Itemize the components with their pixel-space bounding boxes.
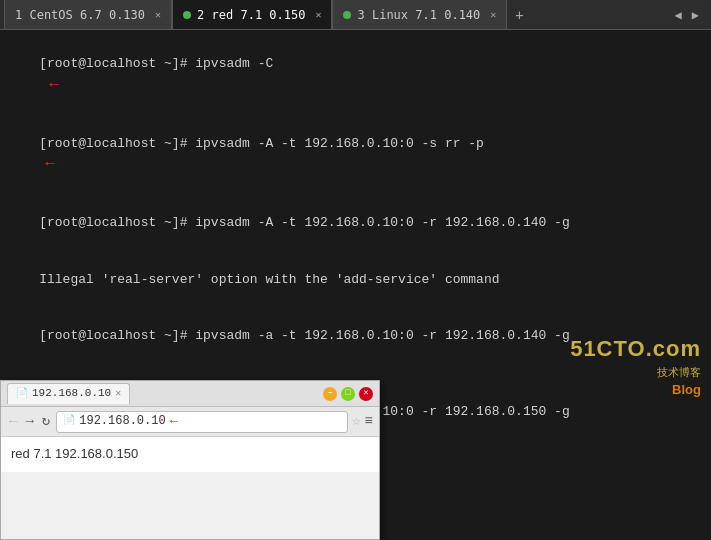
terminal-text: Illegal 'real-server' option with the 'a… bbox=[39, 272, 499, 287]
browser-titlebar: 📄 192.168.0.10 ✕ – □ ✕ bbox=[1, 381, 379, 407]
tab-1-close[interactable]: ✕ bbox=[155, 9, 161, 20]
new-tab-button[interactable]: + bbox=[507, 7, 531, 23]
watermark-sub: 技术博客 bbox=[570, 365, 701, 381]
tab-1-label: 1 CentOS 6.7 0.130 bbox=[15, 8, 145, 22]
tab-3[interactable]: 3 Linux 7.1 0.140 ✕ bbox=[332, 0, 507, 29]
address-text: 192.168.0.10 bbox=[79, 413, 165, 430]
tab-2-close[interactable]: ✕ bbox=[315, 9, 321, 20]
reload-button[interactable]: ↻ bbox=[40, 411, 52, 431]
bookmark-button[interactable]: ☆ bbox=[352, 411, 360, 431]
minimize-button[interactable]: – bbox=[323, 387, 337, 401]
browser-window: 📄 192.168.0.10 ✕ – □ ✕ ← → ↻ 📄 192.168.0… bbox=[0, 380, 380, 540]
terminal-line-3: Illegal 'real-server' option with the 'a… bbox=[8, 252, 703, 309]
arrow-0: ← bbox=[49, 76, 59, 94]
tab-2-dot bbox=[183, 11, 191, 19]
terminal-line-2: [root@localhost ~]# ipvsadm -A -t 192.16… bbox=[8, 195, 703, 252]
watermark-main: 51CTO.com bbox=[570, 333, 701, 365]
address-page-icon: 📄 bbox=[63, 414, 75, 429]
tab-3-dot bbox=[343, 11, 351, 19]
browser-content: red 7.1 192.168.0.150 bbox=[1, 437, 379, 472]
terminal-text: [root@localhost ~]# ipvsadm -a -t 192.16… bbox=[39, 328, 570, 343]
terminal-text: [root@localhost ~]# ipvsadm -A -t 192.16… bbox=[39, 136, 484, 151]
forward-button[interactable]: → bbox=[23, 411, 35, 431]
arrow-1: ← bbox=[45, 155, 55, 173]
tab-2-label: 2 red 7.1 0.150 bbox=[197, 8, 305, 22]
tab-next-button[interactable]: ▶ bbox=[688, 8, 703, 22]
terminal-line-1: [root@localhost ~]# ipvsadm -A -t 192.16… bbox=[8, 116, 703, 196]
menu-button[interactable]: ≡ bbox=[365, 411, 373, 431]
tab-3-close[interactable]: ✕ bbox=[490, 9, 496, 20]
tab-2[interactable]: 2 red 7.1 0.150 ✕ bbox=[172, 0, 332, 29]
tab-1[interactable]: 1 CentOS 6.7 0.130 ✕ bbox=[4, 0, 172, 29]
terminal: [root@localhost ~]# ipvsadm -C ← [root@l… bbox=[0, 30, 711, 540]
tab-3-label: 3 Linux 7.1 0.140 bbox=[357, 8, 480, 22]
browser-tab-close[interactable]: ✕ bbox=[115, 387, 121, 402]
terminal-text: [root@localhost ~]# ipvsadm -C bbox=[39, 56, 273, 71]
tab-prev-button[interactable]: ◀ bbox=[671, 8, 686, 22]
browser-tab[interactable]: 📄 192.168.0.10 ✕ bbox=[7, 383, 130, 404]
address-arrow: ← bbox=[170, 411, 178, 431]
browser-tab-label: 192.168.0.10 bbox=[32, 386, 111, 402]
close-button[interactable]: ✕ bbox=[359, 387, 373, 401]
terminal-line-0: [root@localhost ~]# ipvsadm -C ← bbox=[8, 36, 703, 116]
terminal-text: [root@localhost ~]# ipvsadm -A -t 192.16… bbox=[39, 215, 570, 230]
watermark-blog: Blog bbox=[570, 381, 701, 400]
browser-controls: ← → ↻ 📄 192.168.0.10 ← ☆ ≡ bbox=[1, 407, 379, 437]
browser-content-text: red 7.1 192.168.0.150 bbox=[11, 446, 138, 461]
tab-nav: ◀ ▶ bbox=[671, 8, 707, 22]
tab-bar: 1 CentOS 6.7 0.130 ✕ 2 red 7.1 0.150 ✕ 3… bbox=[0, 0, 711, 30]
maximize-button[interactable]: □ bbox=[341, 387, 355, 401]
watermark: 51CTO.com 技术博客 Blog bbox=[570, 333, 701, 400]
back-button[interactable]: ← bbox=[7, 411, 19, 431]
page-icon: 📄 bbox=[16, 387, 28, 402]
address-bar[interactable]: 📄 192.168.0.10 ← bbox=[56, 411, 348, 433]
